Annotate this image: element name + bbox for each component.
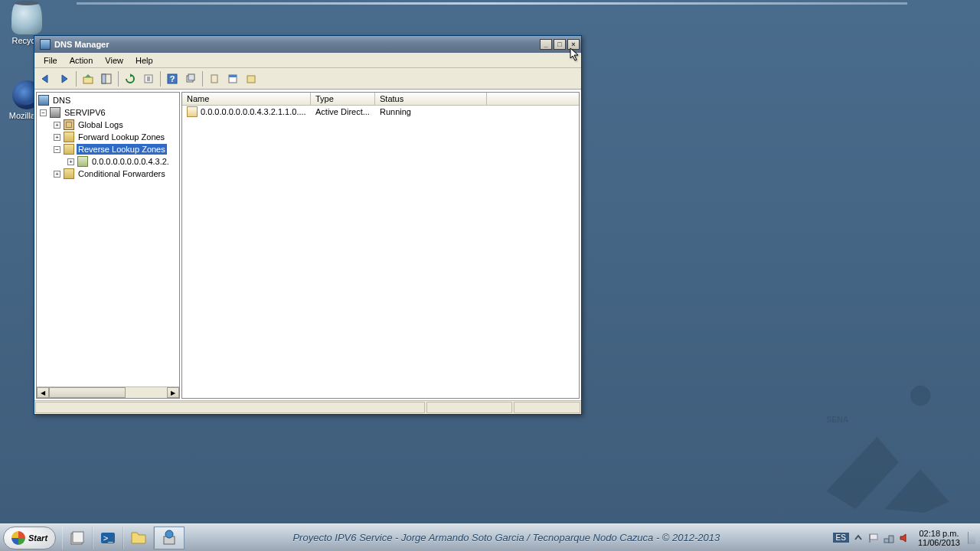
window-controls: _ □ × [540,39,580,50]
server-icon [50,107,60,118]
svg-rect-2 [83,77,93,83]
list-row[interactable]: 0.0.0.0.0.0.0.0.4.3.2.1.1.0.... Active D… [182,106,579,118]
scroll-track[interactable] [126,387,167,398]
rev-zone-0-label: 0.0.0.0.0.0.0.0.4.3.2. [90,156,171,167]
clock[interactable]: 02:18 p.m. 11/06/2013 [913,529,965,547]
quick-launch: >_ [62,527,185,549]
export-button[interactable] [140,70,157,87]
window-top-edge [77,2,907,5]
maximize-button[interactable]: □ [554,39,566,50]
tree-node-rev-zone-0[interactable]: + 0.0.0.0.0.0.0.0.4.3.2. [37,155,179,168]
nav-back-button[interactable] [38,70,54,87]
cell-name-text: 0.0.0.0.0.0.0.0.4.3.2.1.1.0.... [201,107,306,116]
server-label: SERVIPV6 [63,107,107,118]
menu-file[interactable]: File [38,54,64,67]
minimize-button[interactable]: _ [540,39,552,50]
list-pane: Name Type Status 0.0.0.0.0.0.0.0.4.3.2.1… [181,92,580,399]
svg-point-19 [165,530,173,538]
tree-node-conditional-forwarders[interactable]: + Conditional Forwarders [37,168,179,180]
forward-zones-label: Forward Lookup Zones [77,132,166,142]
up-button[interactable] [80,70,96,87]
language-indicator[interactable]: ES [833,533,849,543]
svg-text:?: ? [170,74,175,83]
svg-rect-13 [247,76,255,83]
dns-root-label: DNS [51,95,72,106]
new-window-button[interactable] [182,70,199,87]
tool-btn-extra1[interactable] [206,70,223,87]
ql-dns-manager[interactable] [154,527,185,549]
col-status[interactable]: Status [375,93,487,105]
col-empty[interactable] [487,93,579,105]
cell-name: 0.0.0.0.0.0.0.0.4.3.2.1.1.0.... [182,106,311,118]
titlebar[interactable]: DNS Manager _ □ × [34,36,581,53]
tree-pane: DNS − SERVIPV6 + Global Logs + [36,92,180,399]
svg-rect-20 [870,534,877,540]
expander-reverse-zones[interactable]: − [54,146,60,153]
conditional-forwarders-icon [64,168,74,179]
svg-rect-4 [102,74,106,83]
ql-powershell[interactable]: >_ [93,527,123,549]
nav-forward-button[interactable] [56,70,73,87]
scroll-thumb[interactable] [49,387,126,398]
window-title: DNS Manager [54,40,540,49]
expander-forward-zones[interactable]: + [54,134,60,141]
menu-view[interactable]: View [99,54,129,67]
ql-server-manager[interactable] [62,527,93,549]
rev-zone-0-icon [77,156,88,167]
tree-node-forward-zones[interactable]: + Forward Lookup Zones [37,131,179,143]
tool-btn-extra3[interactable] [243,70,260,87]
refresh-button[interactable] [122,70,139,87]
col-type[interactable]: Type [311,93,375,105]
dns-root-icon [38,95,49,106]
zone-icon [187,106,198,117]
taskbar-title-text: Proyecto IPV6 Service - Jorge Armando So… [185,532,828,543]
close-button[interactable]: × [567,39,580,50]
expander-conditional-forwarders[interactable]: + [54,171,60,178]
conditional-forwarders-label: Conditional Forwarders [77,168,167,179]
tree-node-server[interactable]: − SERVIPV6 [37,106,179,119]
clock-time: 02:18 p.m. [919,529,959,538]
ql-explorer[interactable] [123,527,154,549]
svg-text:SENA: SENA [826,416,848,424]
dns-manager-window: DNS Manager _ □ × File Action View Help … [34,35,582,415]
expander-rev-zone-0[interactable]: + [67,158,74,165]
svg-rect-23 [889,536,893,543]
show-hide-tree-button[interactable] [98,70,115,87]
svg-rect-10 [211,75,217,83]
start-orb-icon [11,531,25,545]
expander-global-logs[interactable]: + [54,122,60,129]
tree-node-global-logs[interactable]: + Global Logs [37,119,179,131]
svg-rect-12 [229,75,237,77]
tree-h-scrollbar[interactable]: ◀ ▶ [37,386,179,398]
content-area: DNS − SERVIPV6 + Global Logs + [34,90,581,400]
expander-server[interactable]: − [40,109,47,116]
menu-help[interactable]: Help [129,54,159,67]
scroll-right-button[interactable]: ▶ [167,387,179,398]
forward-zones-icon [64,132,74,142]
svg-rect-22 [884,539,889,543]
svg-rect-15 [73,532,83,543]
recycle-bin-icon [11,4,42,34]
start-button[interactable]: Start [3,527,56,549]
list-header: Name Type Status [182,93,579,106]
tree-node-reverse-zones[interactable]: − Reverse Lookup Zones [37,143,179,155]
scroll-left-button[interactable]: ◀ [37,387,49,398]
cell-status: Running [375,106,487,117]
status-cell-3 [514,402,580,413]
svg-point-0 [910,386,930,406]
tray-chevron-icon[interactable] [852,532,864,544]
help-button[interactable]: ? [164,70,181,87]
tree-node-dns-root[interactable]: DNS [37,94,179,106]
tree-body: DNS − SERVIPV6 + Global Logs + [37,93,179,386]
col-name[interactable]: Name [182,93,311,105]
tray-flag-icon[interactable] [867,532,880,544]
show-desktop-button[interactable] [968,532,975,544]
tray-network-icon[interactable] [883,532,895,544]
global-logs-label: Global Logs [77,119,125,130]
global-logs-icon [64,119,74,130]
tool-btn-extra2[interactable] [224,70,241,87]
reverse-zones-label: Reverse Lookup Zones [77,144,167,155]
menu-action[interactable]: Action [64,54,100,67]
tray-volume-icon[interactable] [898,532,910,544]
statusbar [34,400,581,414]
